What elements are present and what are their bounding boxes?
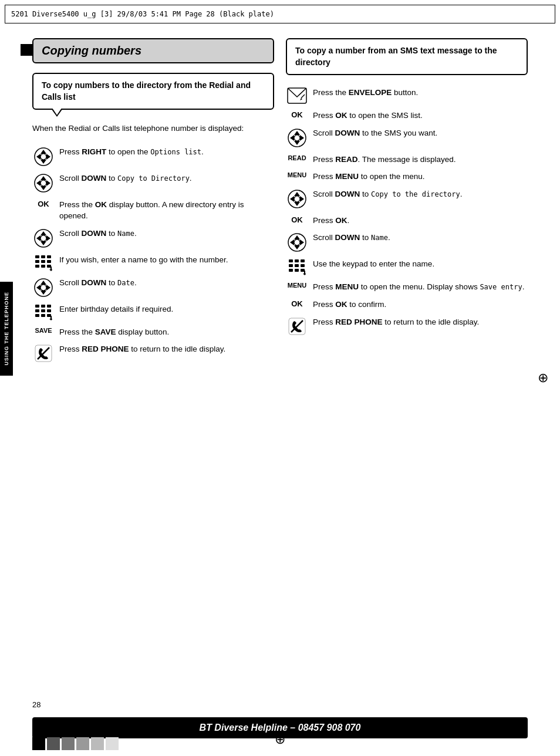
svg-rect-23 <box>47 260 51 263</box>
ok-label-icon: OK <box>286 299 308 308</box>
nav-icon <box>286 127 308 148</box>
svg-marker-13 <box>41 231 46 235</box>
svg-marker-60 <box>290 196 294 202</box>
nav-icon <box>32 277 55 298</box>
list-item: MENU Press MENU to open the menu. Displa… <box>286 281 528 293</box>
step-text: Scroll DOWN to Date. <box>59 277 137 289</box>
right-column: To copy a number from an SMS text messag… <box>286 38 528 712</box>
nav-icon <box>286 232 308 252</box>
svg-marker-65 <box>294 245 300 249</box>
left-callout-title: To copy numbers to the directory from th… <box>42 80 265 103</box>
step-text: Scroll DOWN to Copy to Directory. <box>59 173 192 184</box>
svg-rect-42 <box>41 314 45 317</box>
svg-marker-33 <box>46 285 50 291</box>
step-text: Press OK to confirm. <box>313 299 386 310</box>
svg-marker-52 <box>294 131 300 135</box>
list-item: Press RIGHT to open the Options list. <box>32 146 274 167</box>
left-steps-list: Press RIGHT to open the Options list. <box>32 146 274 363</box>
svg-marker-14 <box>41 241 46 245</box>
svg-rect-76 <box>295 269 299 272</box>
svg-marker-64 <box>294 235 300 239</box>
nav-icon <box>32 173 55 193</box>
svg-rect-26 <box>47 265 51 268</box>
svg-marker-4 <box>46 154 50 160</box>
side-tab: USING THE TELEPHONE <box>0 282 13 376</box>
svg-point-11 <box>41 180 46 186</box>
svg-marker-7 <box>41 176 46 180</box>
svg-marker-1 <box>41 150 46 154</box>
svg-marker-2 <box>41 160 46 164</box>
bottom-decoration <box>32 737 119 750</box>
list-item: Scroll DOWN to Name. <box>32 228 274 248</box>
svg-marker-61 <box>300 196 304 202</box>
ok-label-icon: OK <box>32 199 55 208</box>
svg-rect-43 <box>47 314 51 317</box>
keypad-icon <box>32 254 55 271</box>
keypad-icon <box>32 303 55 320</box>
svg-point-62 <box>294 196 300 202</box>
list-item: MENU Press MENU to open the menu. <box>286 171 528 183</box>
svg-rect-74 <box>301 264 305 267</box>
step-text: Press MENU to open the menu. <box>313 171 425 183</box>
svg-marker-55 <box>300 135 304 141</box>
step-text: Press OK to open the SMS list. <box>313 110 423 122</box>
svg-rect-38 <box>35 309 39 312</box>
menu-label-icon: MENU <box>286 281 308 289</box>
nav-icon <box>286 188 308 209</box>
ok-label-icon: OK <box>286 110 308 119</box>
step-text: Press the SAVE display button. <box>59 326 169 338</box>
list-item: Scroll DOWN to Copy to Directory. <box>32 173 274 193</box>
columns: Copying numbers To copy numbers to the d… <box>32 38 528 712</box>
list-item: Scroll DOWN to Name. <box>286 232 528 252</box>
svg-rect-75 <box>289 269 293 272</box>
svg-marker-32 <box>36 285 41 291</box>
svg-rect-18 <box>35 255 39 258</box>
svg-marker-59 <box>294 202 300 206</box>
list-item: Use the keypad to enter the name. <box>286 258 528 275</box>
list-item: Scroll DOWN to Copy to the directory. <box>286 188 528 209</box>
svg-marker-28 <box>49 269 52 271</box>
svg-rect-22 <box>41 260 45 263</box>
svg-marker-30 <box>41 281 46 285</box>
section-title-box: Copying numbers <box>32 38 274 63</box>
svg-rect-24 <box>35 265 39 268</box>
step-text: Press RED PHONE to return to the idle di… <box>59 343 225 355</box>
svg-marker-15 <box>36 235 41 241</box>
svg-rect-36 <box>41 305 45 308</box>
step-text: Enter birthday details if required. <box>59 303 173 315</box>
svg-rect-37 <box>47 305 51 308</box>
right-callout-box: To copy a number from an SMS text messag… <box>286 38 528 75</box>
svg-rect-71 <box>301 259 305 262</box>
svg-marker-66 <box>290 239 294 245</box>
step-text: Press RED PHONE to return to the idle di… <box>313 316 479 328</box>
header-bar: 5201 Diverse5400 u_g [3] 29/8/03 5:41 PM… <box>5 5 555 23</box>
red-phone-icon <box>32 343 55 363</box>
list-item: OK Press OK. <box>286 215 528 227</box>
side-tab-label: USING THE TELEPHONE <box>4 292 9 366</box>
svg-rect-70 <box>295 259 299 262</box>
black-square-top <box>21 44 32 56</box>
envelope-icon <box>286 87 308 104</box>
list-item: Press RED PHONE to return to the idle di… <box>286 316 528 336</box>
keypad-icon <box>286 258 308 275</box>
svg-marker-31 <box>41 291 46 295</box>
step-text: Press READ. The message is displayed. <box>313 154 456 166</box>
svg-marker-16 <box>46 235 50 241</box>
step-text: Press MENU to open the menu. Display sho… <box>313 281 524 293</box>
right-callout-title: To copy a number from an SMS text messag… <box>295 45 518 68</box>
svg-marker-79 <box>303 274 306 275</box>
list-item: Press RED PHONE to return to the idle di… <box>32 343 274 363</box>
svg-marker-67 <box>300 239 304 245</box>
ok-label-icon: OK <box>286 215 308 224</box>
left-column: Copying numbers To copy numbers to the d… <box>32 38 274 712</box>
step-text: Press the OK display button. A new direc… <box>59 199 274 222</box>
menu-label-icon: MENU <box>286 171 308 178</box>
svg-rect-35 <box>35 305 39 308</box>
svg-rect-40 <box>47 309 51 312</box>
save-label-icon: SAVE <box>32 326 55 334</box>
nav-icon <box>32 146 55 167</box>
section-title: Copying numbers <box>42 44 265 58</box>
intro-text: When the Redial or Calls list telephone … <box>32 123 274 134</box>
read-label-icon: READ <box>286 154 308 161</box>
svg-rect-73 <box>295 264 299 267</box>
